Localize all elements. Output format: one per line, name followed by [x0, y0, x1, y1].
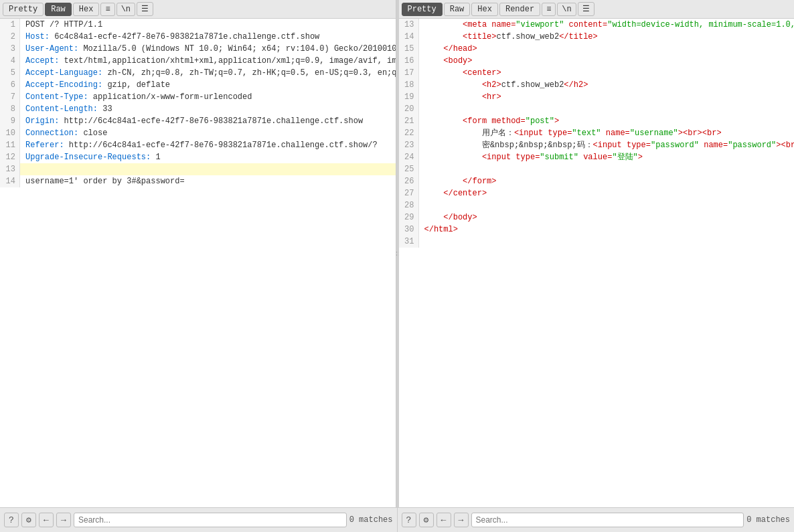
line-number: 10 — [0, 127, 20, 139]
right-bottom-bar: ? ⚙ ← → 0 matches — [398, 508, 795, 532]
prev-icon-left[interactable]: ← — [39, 513, 54, 527]
code-line: 23 密&nbsp;&nbsp;&nbsp;码：<input type="pas… — [399, 139, 795, 151]
tab-hex-left[interactable]: Hex — [73, 3, 100, 16]
code-line: 18 <h2>ctf.show_web2</h2> — [399, 79, 795, 91]
settings-icon-left[interactable]: ⚙ — [21, 513, 36, 527]
line-number: 16 — [399, 55, 419, 67]
code-line: 30</html> — [399, 224, 795, 236]
help-icon-right[interactable]: ? — [402, 513, 416, 527]
left-code-area: 1POST /? HTTP/1.12Host: 6c4c84a1-ecfe-42… — [0, 19, 396, 507]
line-content: <title>ctf.show_web2</title> — [419, 31, 598, 43]
code-line: 1POST /? HTTP/1.1 — [0, 19, 396, 31]
icon-menu-right[interactable]: ☰ — [578, 2, 594, 16]
line-number: 7 — [0, 91, 20, 103]
next-icon-left[interactable]: → — [56, 513, 71, 527]
line-content: Accept-Encoding: gzip, deflate — [20, 79, 170, 91]
tab-raw-left[interactable]: Raw — [45, 3, 72, 16]
settings-icon-right[interactable]: ⚙ — [419, 513, 434, 527]
code-line: 22 用户名：<input type="text" name="username… — [399, 127, 795, 139]
code-line: 31 — [399, 236, 795, 248]
line-number: 14 — [399, 31, 419, 43]
bottom-panels: ? ⚙ ← → 0 matches ? ⚙ ← → 0 matches — [0, 507, 794, 532]
line-number: 13 — [399, 19, 419, 31]
tab-pretty-right[interactable]: Pretty — [402, 3, 443, 16]
line-content: <meta name="viewport" content="width=dev… — [419, 19, 795, 31]
tab-hex-right[interactable]: Hex — [471, 3, 498, 16]
line-number: 15 — [399, 43, 419, 55]
line-number: 27 — [399, 187, 419, 199]
line-content — [419, 236, 424, 248]
line-content: <h2>ctf.show_web2</h2> — [419, 79, 588, 91]
line-content: User-Agent: Mozilla/5.0 (Windows NT 10.0… — [20, 43, 396, 55]
line-content: Host: 6c4c84a1-ecfe-42f7-8e76-983821a787… — [20, 31, 319, 43]
line-content: </head> — [419, 43, 477, 55]
code-line: 29 </body> — [399, 211, 795, 224]
icon-newline-left[interactable]: \n — [116, 3, 135, 16]
line-content: Referer: http://6c4c84a1-ecfe-42f7-8e76-… — [20, 139, 378, 151]
code-line: 28 — [399, 199, 795, 211]
line-content: <input type="submit" value="登陆"> — [419, 151, 643, 163]
matches-label-left: 0 matches — [349, 515, 393, 525]
matches-label-right: 0 matches — [746, 515, 790, 525]
prev-icon-right[interactable]: ← — [436, 513, 451, 527]
line-content: Accept-Language: zh-CN, zh;q=0.8, zh-TW;… — [20, 67, 396, 79]
line-content: username=1' order by 3#&password= — [20, 175, 185, 187]
code-line: 17 <center> — [399, 67, 795, 79]
line-number: 22 — [399, 127, 419, 139]
tab-pretty-left[interactable]: Pretty — [3, 3, 44, 16]
line-content: POST /? HTTP/1.1 — [20, 19, 102, 31]
line-number: 14 — [0, 175, 20, 187]
search-input-left[interactable] — [74, 513, 347, 527]
line-content: Content-Type: application/x-www-form-url… — [20, 91, 252, 103]
line-number: 8 — [0, 103, 20, 115]
line-content: <form method="post"> — [419, 115, 560, 127]
right-code-area: 13 <meta name="viewport" content="width=… — [399, 19, 795, 507]
code-line: 7Content-Type: application/x-www-form-ur… — [0, 91, 396, 103]
line-content: Connection: close — [20, 127, 107, 139]
left-panel: Pretty Raw Hex ≡ \n ☰ 1POST /? HTTP/1.12… — [0, 0, 396, 507]
code-line: 11Referer: http://6c4c84a1-ecfe-42f7-8e7… — [0, 139, 396, 151]
line-number: 3 — [0, 43, 20, 55]
icon-menu-left[interactable]: ☰ — [137, 2, 153, 16]
left-bottom-bar: ? ⚙ ← → 0 matches — [0, 508, 398, 532]
line-content: </html> — [419, 224, 458, 236]
line-number: 23 — [399, 139, 419, 151]
code-line: 5Accept-Language: zh-CN, zh;q=0.8, zh-TW… — [0, 67, 396, 79]
line-number: 31 — [399, 236, 419, 248]
code-line: 26 </form> — [399, 175, 795, 187]
code-line: 25 — [399, 163, 795, 175]
icon-list-left[interactable]: ≡ — [100, 3, 114, 16]
tab-raw-right[interactable]: Raw — [444, 3, 471, 16]
line-number: 2 — [0, 31, 20, 43]
code-line: 2Host: 6c4c84a1-ecfe-42f7-8e76-983821a78… — [0, 31, 396, 43]
icon-newline-right[interactable]: \n — [557, 3, 576, 16]
code-line: 21 <form method="post"> — [399, 115, 795, 127]
line-number: 11 — [0, 139, 20, 151]
line-number: 25 — [399, 163, 419, 175]
line-content: <center> — [419, 67, 501, 79]
next-icon-right[interactable]: → — [454, 513, 469, 527]
line-content: <hr> — [419, 91, 501, 103]
line-number: 26 — [399, 175, 419, 187]
line-number: 24 — [399, 151, 419, 163]
line-content: </form> — [419, 175, 497, 187]
line-number: 19 — [399, 91, 419, 103]
line-number: 21 — [399, 115, 419, 127]
help-icon-left[interactable]: ? — [4, 513, 19, 527]
tab-render-right[interactable]: Render — [499, 3, 540, 16]
line-content: </center> — [419, 187, 487, 199]
icon-list-right[interactable]: ≡ — [542, 3, 556, 16]
left-tab-bar: Pretty Raw Hex ≡ \n ☰ — [0, 0, 396, 19]
right-tab-bar: Pretty Raw Hex Render ≡ \n ☰ — [399, 0, 795, 19]
code-line: 3User-Agent: Mozilla/5.0 (Windows NT 10.… — [0, 43, 396, 55]
line-content: Upgrade-Insecure-Requests: 1 — [20, 151, 161, 163]
code-line: 14username=1' order by 3#&password= — [0, 175, 396, 187]
line-number: 9 — [0, 115, 20, 127]
code-line: 27 </center> — [399, 187, 795, 199]
code-line: 15 </head> — [399, 43, 795, 55]
search-input-right[interactable] — [471, 513, 744, 527]
right-panel: Pretty Raw Hex Render ≡ \n ☰ 13 <meta na… — [399, 0, 795, 507]
line-content: 用户名：<input type="text" name="username"><… — [419, 127, 722, 139]
code-line: 14 <title>ctf.show_web2</title> — [399, 31, 795, 43]
line-content: <body> — [419, 55, 473, 67]
